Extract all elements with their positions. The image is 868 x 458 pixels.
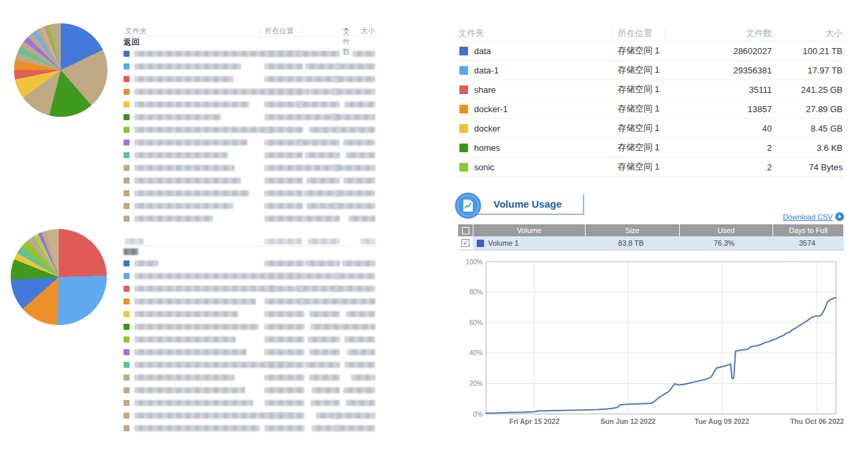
redacted-size bbox=[346, 152, 375, 158]
redacted-folder-row[interactable] bbox=[124, 308, 377, 320]
redacted-size bbox=[345, 101, 375, 107]
column-header-location[interactable]: 所在位置 bbox=[264, 26, 294, 36]
folder-size-pie-chart-top bbox=[14, 23, 107, 117]
column-header-location[interactable]: 所在位置 bbox=[612, 27, 665, 39]
redacted-location bbox=[264, 336, 304, 342]
download-icon[interactable] bbox=[835, 212, 844, 221]
redacted-folder-row[interactable] bbox=[124, 359, 377, 371]
redacted-folder-row[interactable] bbox=[124, 111, 377, 124]
column-header-count[interactable]: 文件数 bbox=[665, 27, 772, 39]
folder-name: data-1 bbox=[474, 65, 499, 75]
redacted-folder-row[interactable] bbox=[124, 212, 377, 225]
column-header-folder[interactable]: 文件夹 bbox=[458, 27, 612, 39]
folder-color-chip bbox=[124, 324, 130, 330]
column-header-size[interactable]: 大小 bbox=[772, 27, 844, 39]
redacted-count bbox=[305, 362, 340, 368]
redacted-folder-row[interactable] bbox=[124, 333, 377, 346]
redacted-folder-row[interactable] bbox=[124, 98, 377, 111]
sort-descending-icon: ▼ bbox=[344, 27, 349, 31]
folder-color-chip bbox=[124, 273, 130, 279]
folder-row[interactable]: homes 存储空间 1 2 3.6 KB bbox=[458, 138, 844, 158]
folder-color-chip bbox=[124, 336, 130, 342]
redacted-folder-row[interactable] bbox=[124, 384, 377, 397]
redacted-size bbox=[335, 273, 375, 279]
redacted-size bbox=[334, 203, 375, 209]
folder-location: 存储空间 1 bbox=[612, 122, 665, 134]
redacted-header-folder[interactable] bbox=[125, 238, 144, 244]
redacted-count bbox=[298, 51, 340, 57]
redacted-folder-name bbox=[134, 286, 277, 292]
redacted-folder-row[interactable] bbox=[124, 270, 377, 282]
redacted-folder-row[interactable] bbox=[124, 295, 377, 308]
redacted-folder-row[interactable] bbox=[124, 422, 377, 435]
redacted-folder-row[interactable] bbox=[124, 371, 377, 384]
redacted-folder-row[interactable] bbox=[124, 187, 377, 200]
redacted-header-location[interactable] bbox=[264, 238, 302, 244]
column-header-volume[interactable]: Volume bbox=[473, 224, 585, 236]
folder-row[interactable]: sonic 存储空间 1 2 74 Bytes bbox=[458, 158, 844, 177]
redacted-folder-row[interactable] bbox=[124, 282, 377, 295]
column-header-folder[interactable]: 文件夹 bbox=[125, 26, 147, 36]
folder-color-chip bbox=[124, 413, 130, 419]
folder-color-chip bbox=[124, 114, 130, 120]
redacted-folder-row[interactable] bbox=[124, 346, 377, 359]
x-axis-tick-label: Thu Oct 06 2022 bbox=[790, 417, 844, 425]
redacted-folder-row[interactable] bbox=[124, 320, 377, 333]
folder-count: 40 bbox=[665, 124, 772, 134]
plot-border bbox=[486, 262, 836, 414]
column-header-size[interactable]: Size bbox=[586, 224, 679, 236]
volume-color-chip bbox=[477, 240, 484, 247]
redacted-folder-row[interactable] bbox=[124, 136, 377, 149]
back-link-redacted[interactable] bbox=[124, 248, 138, 255]
column-header-used[interactable]: Used bbox=[680, 224, 773, 236]
volume-checkbox[interactable]: ✓ bbox=[461, 239, 469, 247]
folder-size: 3.6 KB bbox=[772, 143, 844, 153]
header-separator bbox=[260, 26, 260, 35]
redacted-folder-row[interactable] bbox=[124, 149, 377, 162]
redacted-folder-row[interactable] bbox=[124, 397, 377, 409]
redacted-location bbox=[264, 89, 303, 95]
redacted-folder-row[interactable] bbox=[124, 73, 377, 85]
folder-color-chip bbox=[124, 375, 130, 381]
redacted-folder-row[interactable] bbox=[124, 124, 377, 136]
folder-row[interactable]: share 存储空间 1 35111 241.25 GB bbox=[458, 80, 844, 99]
redacted-count bbox=[309, 349, 340, 355]
redacted-size bbox=[342, 260, 375, 266]
folder-row[interactable]: data 存储空间 1 28602027 100.21 TB bbox=[458, 41, 844, 61]
header-separator bbox=[772, 27, 773, 38]
volume-table-header: Volume Size Used Days to Full bbox=[458, 224, 844, 236]
volume-size: 83.8 TB bbox=[584, 236, 678, 250]
folder-list-bottom bbox=[124, 235, 377, 435]
redacted-folder-row[interactable] bbox=[124, 409, 377, 422]
redacted-folder-row[interactable] bbox=[124, 47, 377, 60]
redacted-count bbox=[298, 140, 340, 146]
redacted-folder-row[interactable] bbox=[124, 162, 377, 174]
redacted-size bbox=[333, 89, 375, 95]
redacted-header-count[interactable] bbox=[308, 238, 340, 244]
redacted-size bbox=[331, 114, 375, 120]
redacted-folder-row[interactable] bbox=[124, 60, 377, 73]
folder-color-chip bbox=[124, 203, 130, 209]
redacted-folder-name bbox=[134, 387, 245, 393]
redacted-folder-name bbox=[134, 152, 228, 158]
volume-row[interactable]: ✓ Volume 1 83.8 TB 76.3% 3574 bbox=[458, 236, 844, 250]
column-header-size[interactable]: 大小 bbox=[361, 26, 375, 36]
column-header-days-to-full[interactable]: Days to Full bbox=[773, 224, 843, 236]
redacted-folder-row[interactable] bbox=[124, 85, 377, 98]
y-axis-tick-label: 60% bbox=[469, 319, 483, 326]
download-csv-link[interactable]: Download CSV bbox=[783, 213, 833, 221]
select-all-checkbox[interactable] bbox=[458, 224, 473, 236]
folder-location: 存储空间 1 bbox=[612, 142, 665, 154]
redacted-folder-row[interactable] bbox=[124, 174, 377, 187]
folder-row[interactable]: docker-1 存储空间 1 13857 27.89 GB bbox=[458, 99, 844, 119]
redacted-folder-row[interactable] bbox=[124, 200, 377, 212]
folder-row[interactable]: data-1 存储空间 1 29356381 17.97 TB bbox=[458, 61, 844, 80]
redacted-location bbox=[264, 51, 303, 57]
y-axis-tick-label: 100% bbox=[465, 258, 483, 266]
folder-color-chip bbox=[124, 140, 130, 146]
redacted-folder-row[interactable] bbox=[124, 257, 377, 270]
redacted-header-size[interactable] bbox=[361, 238, 375, 244]
back-link[interactable]: 返回 bbox=[124, 37, 140, 48]
redacted-folder-name bbox=[134, 260, 158, 266]
folder-row[interactable]: docker 存储空间 1 40 8.45 GB bbox=[458, 119, 844, 138]
